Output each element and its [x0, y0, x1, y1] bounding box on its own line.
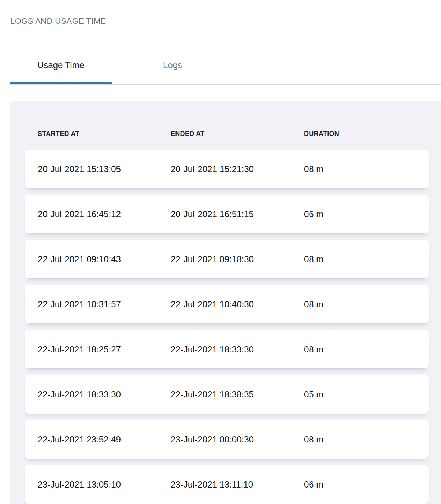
cell-ended-at: 20-Jul-2021 15:21:30	[171, 164, 304, 174]
cell-ended-at: 20-Jul-2021 16:51:15	[171, 209, 304, 219]
column-header-started-at: STARTED AT	[38, 130, 171, 138]
usage-table-body: 20-Jul-2021 15:13:05 20-Jul-2021 15:21:3…	[25, 150, 429, 504]
table-row: 23-Jul-2021 13:05:10 23-Jul-2021 13:11:1…	[25, 465, 429, 504]
cell-duration: 06 m	[304, 479, 429, 490]
cell-duration: 08 m	[304, 299, 429, 310]
table-header-row: STARTED AT ENDED AT DURATION	[25, 130, 429, 138]
cell-duration: 08 m	[304, 164, 429, 174]
column-header-ended-at: ENDED AT	[171, 130, 304, 138]
cell-started-at: 22-Jul-2021 18:25:27	[38, 344, 171, 355]
cell-ended-at: 22-Jul-2021 09:18:30	[171, 254, 304, 264]
active-tab-indicator	[10, 82, 112, 84]
table-row: 22-Jul-2021 18:33:30 22-Jul-2021 18:38:3…	[25, 375, 429, 414]
table-row: 20-Jul-2021 15:13:05 20-Jul-2021 15:21:3…	[25, 150, 429, 188]
cell-duration: 06 m	[304, 209, 429, 219]
cell-started-at: 20-Jul-2021 15:13:05	[38, 164, 171, 174]
table-row: 22-Jul-2021 18:25:27 22-Jul-2021 18:33:3…	[25, 330, 429, 368]
table-row: 20-Jul-2021 16:45:12 20-Jul-2021 16:51:1…	[25, 195, 429, 233]
table-row: 22-Jul-2021 10:31:57 22-Jul-2021 10:40:3…	[25, 285, 429, 323]
cell-started-at: 22-Jul-2021 09:10:43	[38, 254, 171, 264]
cell-started-at: 23-Jul-2021 13:05:10	[38, 479, 171, 490]
cell-ended-at: 23-Jul-2021 13:11:10	[171, 479, 304, 490]
cell-ended-at: 22-Jul-2021 18:33:30	[171, 344, 304, 355]
cell-duration: 08 m	[304, 254, 429, 264]
cell-started-at: 22-Jul-2021 23:52:49	[38, 434, 171, 445]
cell-duration: 05 m	[304, 389, 429, 400]
page-title: LOGS AND USAGE TIME	[10, 16, 441, 26]
tab-usage-time[interactable]: Usage Time	[10, 60, 112, 84]
tab-bar: Usage Time Logs	[10, 60, 441, 85]
cell-started-at: 22-Jul-2021 18:33:30	[38, 389, 171, 400]
table-row: 22-Jul-2021 23:52:49 23-Jul-2021 00:00:3…	[25, 420, 429, 459]
tab-logs[interactable]: Logs	[112, 60, 233, 84]
column-header-duration: DURATION	[304, 130, 429, 138]
cell-started-at: 20-Jul-2021 16:45:12	[38, 209, 171, 219]
cell-ended-at: 22-Jul-2021 18:38:35	[171, 389, 304, 400]
cell-duration: 08 m	[304, 344, 429, 355]
cell-started-at: 22-Jul-2021 10:31:57	[38, 299, 171, 310]
cell-ended-at: 22-Jul-2021 10:40:30	[171, 299, 304, 310]
cell-duration: 08 m	[304, 434, 429, 445]
table-row: 22-Jul-2021 09:10:43 22-Jul-2021 09:18:3…	[25, 240, 429, 278]
usage-time-panel: STARTED AT ENDED AT DURATION 20-Jul-2021…	[10, 101, 441, 504]
cell-ended-at: 23-Jul-2021 00:00:30	[171, 434, 304, 445]
